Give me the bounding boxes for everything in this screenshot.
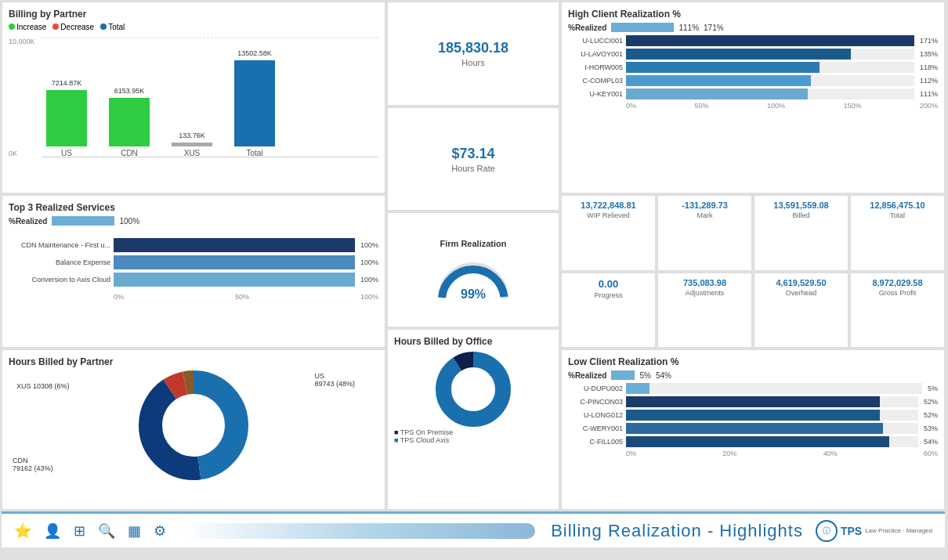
- top3-realized-pct: 100%: [119, 217, 139, 226]
- icon-user[interactable]: 👤: [44, 522, 61, 540]
- low-client-axis: 0%20%40%60%: [568, 450, 938, 457]
- low-track-2: [626, 410, 918, 421]
- legend-total: Total: [100, 23, 125, 31]
- icon-settings[interactable]: ⚙: [154, 522, 166, 540]
- high-client-title: High Client Realization %: [568, 9, 938, 20]
- metric-billed: 13,591,559.08 Billed: [754, 195, 848, 271]
- metrics-section: 13,722,848.81 WIP Relieved -131,289.73 M…: [561, 195, 945, 348]
- realized-start-pct: 111%: [678, 23, 699, 32]
- low-track-3: [626, 423, 918, 434]
- service-pct-2: 100%: [360, 276, 378, 284]
- client-track-2: [626, 62, 914, 73]
- client-pct-4: 111%: [920, 90, 938, 98]
- client-row-0: U-LUCCI001 171%: [568, 35, 938, 46]
- metric-progress: 0.00 Progress: [561, 273, 656, 349]
- svg-point-3: [452, 368, 494, 410]
- low-client-card: Low Client Realization % %Realized 5% 54…: [561, 349, 945, 510]
- client-pct-0: 171%: [920, 37, 938, 45]
- low-pct-4: 54%: [924, 438, 938, 446]
- bar-total: 13502.58K Total: [234, 60, 275, 157]
- hours-label: Hours: [461, 58, 484, 67]
- office-donut-svg: [430, 346, 516, 432]
- metric-progress-value: 0.00: [565, 278, 652, 290]
- bar-us-value: 7214.87K: [52, 79, 82, 87]
- rate-label: Hours Rate: [451, 164, 495, 173]
- service-pct-0: 100%: [360, 241, 378, 249]
- client-bar-4: [626, 89, 808, 99]
- bar-xus: 133.76K XUS: [172, 143, 212, 157]
- high-client-axis: 0%50%100%150%200%: [568, 102, 938, 110]
- service-name-0: CDN Maintenance - First u...: [9, 241, 110, 249]
- low-row-1: C-PINCON03 52%: [568, 396, 938, 407]
- billing-partner-card: Billing by Partner Increase Decrease Tot…: [2, 2, 385, 193]
- low-pct-3: 53%: [924, 425, 938, 432]
- metric-mark: -131,289.73 Mark: [657, 195, 752, 271]
- client-pct-2: 118%: [920, 63, 938, 71]
- top3-realized-header: %Realized 100%: [9, 216, 378, 226]
- hours-card: 185,830.18 Hours: [387, 2, 559, 106]
- client-row-2: I-HORW005 118%: [568, 62, 938, 73]
- service-pct-1: 100%: [360, 258, 378, 266]
- hours-rate-column: 185,830.18 Hours $73.14 Hours Rate Firm …: [387, 2, 559, 510]
- metric-gross: 8,972,029.58 Gross Profit: [850, 273, 945, 349]
- logo-text: TPS: [841, 525, 862, 537]
- client-bar-3: [626, 75, 811, 86]
- service-bar-0: [114, 238, 355, 252]
- client-pct-1: 135%: [920, 50, 938, 58]
- low-name-3: C-WERY001: [568, 425, 623, 432]
- bar-xus-value: 133.76K: [179, 132, 205, 139]
- legend-increase: Increase: [9, 23, 46, 31]
- service-row-1: Balance Expense 100%: [9, 255, 378, 269]
- legend-decrease: Decrease: [52, 23, 94, 31]
- low-bar-3: [626, 423, 883, 434]
- bar-us-label: US: [61, 149, 72, 157]
- client-bar-0: [626, 35, 914, 46]
- client-pct-3: 112%: [920, 77, 938, 85]
- service-name-2: Conversion to Axis Cloud: [9, 276, 110, 284]
- client-name-0: U-LUCCI001: [568, 37, 623, 45]
- high-client-card: High Client Realization % %Realized 111%…: [561, 2, 945, 193]
- icon-search[interactable]: 🔍: [98, 522, 115, 540]
- metric-mark-value: -131,289.73: [661, 201, 748, 210]
- client-name-3: C-COMPL03: [568, 77, 623, 85]
- metric-gross-label: Gross Profit: [854, 289, 941, 297]
- low-bar-0: [626, 383, 649, 394]
- footer: ⭐ 👤 ⊞ 🔍 ▦ ⚙ Billing Realization - Highli…: [2, 511, 945, 547]
- low-bar-4: [626, 436, 889, 447]
- low-realized-label: %Realized: [568, 371, 606, 380]
- top3-title: Top 3 Realized Services: [9, 202, 378, 213]
- billing-partner-legend: Increase Decrease Total: [9, 23, 378, 31]
- metric-adjustments: 735,083.98 Adjustments: [657, 273, 752, 349]
- bar-total-label: Total: [246, 149, 262, 157]
- metric-adj-label: Adjustments: [661, 289, 748, 297]
- client-name-2: I-HORW005: [568, 63, 623, 71]
- footer-title: Billing Realization - Highlights: [551, 521, 803, 541]
- hours-billed-office-card: Hours Billed by Office ■ TPS On Premise …: [387, 329, 559, 510]
- icon-hierarchy[interactable]: ⊞: [74, 522, 85, 540]
- decrease-dot: [52, 23, 59, 30]
- low-row-4: C-FILL005 54%: [568, 436, 938, 447]
- bar-cdn-rect: [109, 98, 150, 146]
- service-track-1: [114, 255, 355, 269]
- metrics-bottom-row: 0.00 Progress 735,083.98 Adjustments 4,6…: [561, 273, 945, 349]
- low-row-2: U-LONG012 52%: [568, 410, 938, 421]
- low-row-0: U-DUPU002 5%: [568, 383, 938, 394]
- client-name-1: U-LAVOY001: [568, 50, 623, 58]
- icon-grid[interactable]: ▦: [128, 522, 141, 540]
- grid-line-top: [42, 38, 378, 38]
- partner-label-us: US89743 (48%): [314, 372, 355, 388]
- total-dot: [100, 23, 107, 30]
- bar-total-value: 13502.58K: [237, 49, 272, 57]
- footer-icons: ⭐ 👤 ⊞ 🔍 ▦ ⚙: [14, 522, 166, 540]
- metric-overhead: 4,619,529.50 Overhead: [754, 273, 848, 349]
- service-bar-1: [114, 255, 355, 269]
- realized-header-bar: [611, 23, 674, 32]
- hours-value: 185,830.18: [438, 40, 508, 56]
- low-client-bars: U-DUPU002 5% C-PINCON03 52% U-LONG012 52…: [568, 383, 938, 447]
- metric-wip-value: 13,722,848.81: [565, 201, 652, 210]
- icon-star[interactable]: ⭐: [14, 522, 31, 540]
- office-donut-container: [394, 350, 552, 428]
- metric-overhead-value: 4,619,529.50: [758, 278, 845, 287]
- partner-donut-svg: [135, 367, 252, 484]
- bar-us-rect: [46, 90, 87, 146]
